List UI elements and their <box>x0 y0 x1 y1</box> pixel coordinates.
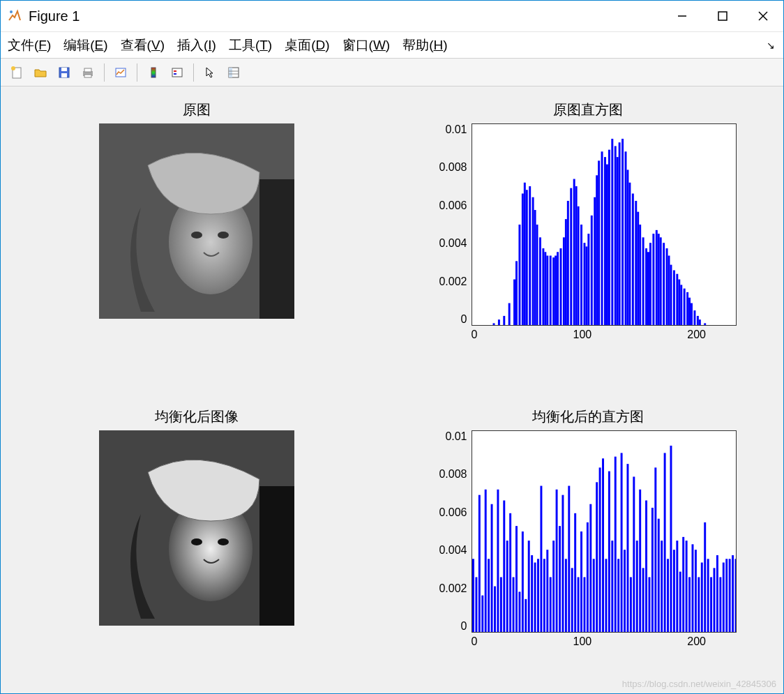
toolbar <box>1 59 783 86</box>
svg-rect-166 <box>614 457 616 632</box>
svg-rect-99 <box>678 280 680 325</box>
open-button[interactable] <box>30 62 51 83</box>
svg-rect-141 <box>537 559 539 632</box>
svg-rect-64 <box>587 234 589 325</box>
svg-rect-169 <box>624 550 626 632</box>
svg-rect-176 <box>645 500 647 632</box>
svg-rect-145 <box>549 577 551 632</box>
svg-rect-140 <box>534 563 536 632</box>
svg-rect-15 <box>172 68 182 77</box>
svg-rect-47 <box>544 252 546 325</box>
dock-arrow-icon[interactable]: ↘ <box>767 40 775 51</box>
print-button[interactable] <box>77 62 98 83</box>
toolbar-separator <box>137 63 137 82</box>
menu-view[interactable]: 查看(V) <box>121 36 165 54</box>
property-inspector-button[interactable] <box>223 62 244 83</box>
svg-rect-128 <box>497 490 499 632</box>
svg-rect-171 <box>629 577 631 632</box>
close-button[interactable] <box>743 1 783 31</box>
svg-rect-186 <box>676 541 678 632</box>
svg-rect-174 <box>639 490 641 632</box>
svg-rect-57 <box>570 188 572 325</box>
svg-rect-53 <box>559 248 561 325</box>
svg-rect-2 <box>718 12 727 20</box>
svg-rect-177 <box>648 577 650 632</box>
svg-rect-92 <box>659 237 661 325</box>
svg-rect-44 <box>536 225 538 325</box>
legend-button[interactable] <box>167 62 188 83</box>
svg-rect-149 <box>561 495 564 632</box>
svg-rect-159 <box>592 559 594 632</box>
minimize-button[interactable] <box>662 1 702 31</box>
svg-rect-63 <box>585 246 587 325</box>
svg-rect-96 <box>670 265 672 325</box>
svg-rect-85 <box>642 237 644 325</box>
svg-rect-125 <box>488 559 490 632</box>
svg-rect-69 <box>601 151 603 325</box>
save-button[interactable] <box>54 62 75 83</box>
svg-rect-179 <box>654 467 656 632</box>
svg-rect-34 <box>508 303 510 325</box>
edit-plot-button[interactable] <box>110 62 131 83</box>
svg-rect-61 <box>580 225 582 325</box>
svg-rect-75 <box>616 157 618 325</box>
histogram-chart-1 <box>472 123 737 326</box>
menu-window[interactable]: 窗口(W) <box>342 36 391 54</box>
svg-rect-43 <box>534 210 536 325</box>
svg-point-25 <box>218 232 229 239</box>
menu-edit[interactable]: 编辑(E) <box>63 36 107 54</box>
svg-rect-138 <box>527 541 529 632</box>
svg-rect-129 <box>499 577 502 632</box>
menu-help[interactable]: 帮助(H) <box>402 36 447 54</box>
svg-rect-38 <box>521 193 523 325</box>
svg-rect-83 <box>637 212 639 325</box>
svg-rect-200 <box>719 577 721 632</box>
svg-rect-191 <box>691 544 693 632</box>
svg-rect-68 <box>598 160 600 325</box>
svg-rect-72 <box>608 150 610 325</box>
subplot-original-image: 原图 <box>22 100 371 372</box>
svg-rect-121 <box>475 577 477 632</box>
pointer-button[interactable] <box>199 62 220 83</box>
svg-rect-32 <box>497 319 499 325</box>
svg-rect-60 <box>577 206 579 325</box>
histogram-chart-2 <box>472 430 737 633</box>
svg-rect-201 <box>722 563 724 632</box>
svg-rect-66 <box>594 197 596 325</box>
svg-rect-164 <box>608 472 610 632</box>
menu-desktop[interactable]: 桌面(D) <box>285 36 329 54</box>
new-figure-button[interactable] <box>6 62 27 83</box>
subplot-equalized-image: 均衡化后图像 <box>22 407 371 679</box>
svg-rect-26 <box>259 179 294 319</box>
svg-rect-152 <box>571 568 573 632</box>
svg-rect-82 <box>635 201 637 325</box>
svg-rect-168 <box>620 453 622 632</box>
svg-rect-67 <box>596 175 598 325</box>
svg-point-118 <box>218 538 229 545</box>
svg-rect-62 <box>583 243 585 325</box>
svg-rect-158 <box>589 504 591 632</box>
menu-insert[interactable]: 插入(I) <box>177 36 216 54</box>
menu-tools[interactable]: 工具(T) <box>229 36 272 54</box>
svg-rect-91 <box>657 234 659 325</box>
svg-rect-132 <box>509 513 511 632</box>
maximize-button[interactable] <box>702 1 743 31</box>
svg-rect-189 <box>685 541 687 632</box>
y-axis-ticks: 0.010.0080.0060.0040.0020 <box>439 123 471 326</box>
svg-rect-180 <box>657 519 659 632</box>
menu-file[interactable]: 文件(F) <box>8 36 51 54</box>
svg-rect-182 <box>663 453 665 632</box>
svg-rect-50 <box>552 257 555 325</box>
colorbar-button[interactable] <box>143 62 164 83</box>
svg-rect-19 <box>229 68 232 77</box>
svg-rect-102 <box>686 292 688 325</box>
window-title: Figure 1 <box>29 8 662 24</box>
svg-rect-49 <box>549 256 551 325</box>
svg-rect-162 <box>602 458 604 632</box>
svg-rect-163 <box>605 559 607 632</box>
svg-rect-183 <box>667 559 669 632</box>
svg-rect-100 <box>680 285 682 325</box>
x-axis-ticks: 0100200 <box>472 633 737 648</box>
svg-rect-51 <box>555 256 557 325</box>
subplot-title: 原图 <box>183 100 211 119</box>
